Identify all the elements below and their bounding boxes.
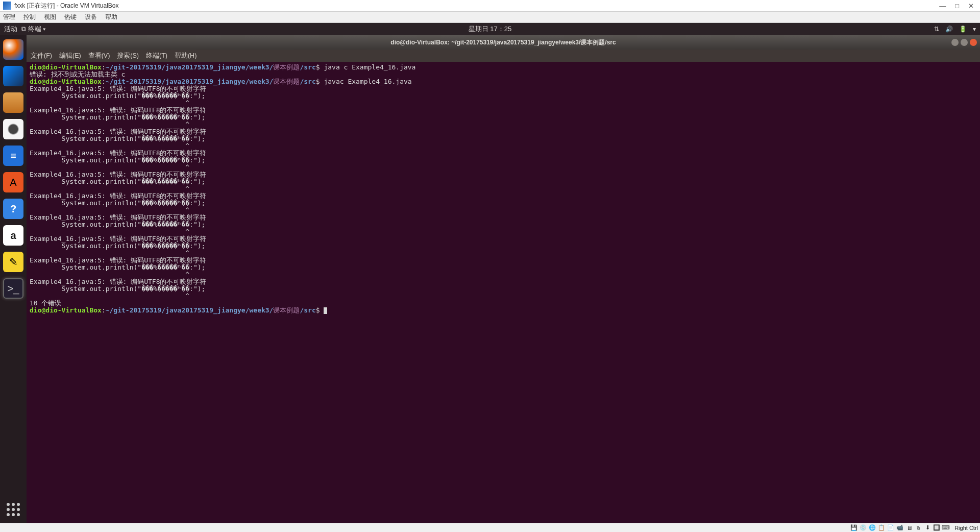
terminal-menu-edit[interactable]: 编辑(E) (59, 52, 81, 60)
virtualbox-icon (3, 2, 11, 10)
clock[interactable]: 星期日 17：25 (469, 25, 512, 34)
dock-amazon-icon[interactable]: a (3, 225, 23, 246)
dock-terminal-icon[interactable]: >_ (3, 278, 23, 299)
status-network-icon[interactable]: 🌐 (869, 524, 876, 531)
menu-control[interactable]: 控制 (23, 13, 36, 21)
system-menu-caret-icon[interactable]: ▾ (973, 26, 976, 33)
terminal-output[interactable]: dio@dio-VirtualBox:~/git-20175319/java20… (27, 62, 980, 523)
status-virtualization-icon[interactable]: 🔲 (933, 524, 940, 531)
terminal-titlebar[interactable]: dio@dio-VirtualBox: ~/git-20175319/java2… (27, 35, 980, 50)
status-recording-icon[interactable]: 📹 (896, 524, 903, 531)
battery-icon[interactable]: 🔋 (959, 26, 967, 33)
status-optical-icon[interactable]: 💿 (860, 524, 867, 531)
terminal-menu-view[interactable]: 查看(V) (88, 52, 110, 60)
network-icon[interactable]: ⇅ (934, 26, 939, 33)
terminal-menubar: 文件(F) 编辑(E) 查看(V) 搜索(S) 终端(T) 帮助(H) (27, 50, 980, 62)
window-close-button[interactable]: ✕ (968, 2, 974, 10)
app-menu[interactable]: ⧉ 终端 ▾ (21, 25, 45, 34)
status-dragdrop-icon[interactable]: 📄 (887, 524, 894, 531)
volume-icon[interactable]: 🔊 (945, 26, 953, 33)
dock-ubuntu-software-icon[interactable]: A (3, 172, 23, 192)
dock-rhythmbox-icon[interactable] (3, 119, 23, 139)
dock-libreoffice-writer-icon[interactable]: ≡ (3, 146, 23, 166)
ubuntu-dock: ≡ A ? a ✎ >_ (0, 35, 27, 523)
dock-text-editor-icon[interactable]: ✎ (3, 252, 23, 272)
menu-help[interactable]: 帮助 (105, 13, 117, 21)
terminal-menu-help[interactable]: 帮助(H) (175, 52, 197, 60)
dock-firefox-icon[interactable] (3, 39, 23, 60)
menu-view[interactable]: 视图 (44, 13, 56, 21)
show-applications-icon[interactable] (5, 501, 21, 518)
terminal-menu-search[interactable]: 搜索(S) (117, 52, 139, 60)
virtualbox-titlebar: fxxk [正在运行] - Oracle VM VirtualBox — □ ✕ (0, 0, 980, 12)
dock-files-icon[interactable] (3, 92, 23, 113)
terminal-close-button[interactable] (970, 39, 977, 46)
menu-devices[interactable]: 设备 (85, 13, 97, 21)
status-keyboard-icon[interactable]: ⌨ (942, 524, 949, 531)
virtualbox-window-title: fxxk [正在运行] - Oracle VM VirtualBox (14, 2, 939, 10)
terminal-menu-terminal[interactable]: 终端(T) (146, 52, 167, 60)
terminal-minimize-button[interactable] (951, 39, 959, 46)
virtualbox-menubar: 管理 控制 视图 热键 设备 帮助 (0, 12, 980, 23)
status-mouse-icon[interactable]: 🖱 (915, 524, 922, 531)
window-minimize-button[interactable]: — (939, 2, 946, 10)
host-key-indicator: Right Ctrl (954, 525, 978, 531)
terminal-window-title: dio@dio-VirtualBox: ~/git-20175319/java2… (390, 38, 616, 47)
virtualbox-statusbar: 💾 💿 🌐 📋 📄 📹 🖥 🖱 ⬇ 🔲 ⌨ Right Ctrl (0, 523, 980, 532)
menu-manage[interactable]: 管理 (3, 13, 15, 21)
status-disk-icon[interactable]: 💾 (850, 524, 857, 531)
menu-input[interactable]: 热键 (64, 13, 77, 21)
terminal-maximize-button[interactable] (961, 39, 968, 46)
status-shared-clipboard-icon[interactable]: 📋 (878, 524, 885, 531)
vm-display: 活动 ⧉ 终端 ▾ 星期日 17：25 ⇅ 🔊 🔋 ▾ ≡ A ? a ✎ >_ (0, 23, 980, 523)
dock-help-icon[interactable]: ? (3, 199, 23, 219)
ubuntu-top-bar: 活动 ⧉ 终端 ▾ 星期日 17：25 ⇅ 🔊 🔋 ▾ (0, 23, 980, 35)
terminal-menu-file[interactable]: 文件(F) (31, 52, 52, 60)
status-guest-additions-icon[interactable]: ⬇ (924, 524, 931, 531)
window-maximize-button[interactable]: □ (955, 2, 959, 10)
status-display-icon[interactable]: 🖥 (905, 524, 913, 531)
dock-thunderbird-icon[interactable] (3, 66, 23, 86)
activities-button[interactable]: 活动 (4, 25, 17, 34)
